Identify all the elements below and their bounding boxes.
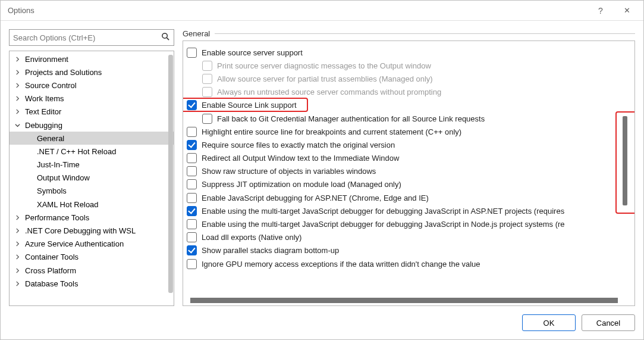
left-column: EnvironmentProjects and SolutionsSource … (9, 29, 174, 306)
tree-node-item[interactable]: Environment (10, 52, 174, 65)
chevron-right-icon[interactable] (13, 68, 21, 76)
tree-child-item[interactable]: General (10, 132, 174, 145)
option-checkbox[interactable] (187, 127, 197, 137)
titlebar: Options ? ✕ (1, 1, 643, 21)
chevron-down-icon[interactable] (13, 121, 21, 129)
option-checkbox[interactable] (187, 153, 197, 163)
tree-node-item[interactable]: Debugging (10, 118, 174, 132)
option-checkbox[interactable] (187, 245, 197, 255)
tree-item-label: Container Tools (25, 252, 78, 261)
option-label: Enable source server support (202, 48, 303, 57)
tree-node-item[interactable]: Text Editor (10, 105, 174, 118)
option-row: Require source files to exactly match th… (187, 138, 631, 151)
option-checkbox[interactable] (187, 259, 197, 269)
chevron-right-icon[interactable] (13, 81, 21, 89)
option-checkbox[interactable] (187, 48, 197, 58)
tree-child-item[interactable]: Symbols (10, 185, 174, 198)
tree-child-item[interactable]: Output Window (10, 171, 174, 185)
group-divider (215, 33, 635, 34)
chevron-right-icon[interactable] (13, 108, 21, 116)
option-checkbox[interactable] (187, 100, 197, 110)
chevron-right-icon[interactable] (13, 227, 21, 235)
chevron-right-icon[interactable] (13, 240, 21, 248)
option-checkbox (202, 74, 212, 84)
option-label: Load dll exports (Native only) (202, 233, 301, 242)
tree-item-label: Azure Service Authentication (25, 239, 124, 248)
options-h-scrollbar[interactable] (190, 298, 618, 303)
option-checkbox[interactable] (187, 193, 197, 203)
tree-node-item[interactable]: Azure Service Authentication (10, 238, 174, 251)
tree-node-item[interactable]: Work Items (10, 92, 174, 105)
help-button[interactable]: ? (588, 2, 614, 19)
option-label: Enable Source Link support (202, 101, 297, 110)
tree-item-label: .NET Core Debugging with WSL (25, 226, 136, 235)
chevron-right-icon[interactable] (13, 266, 21, 275)
tree-node-item[interactable]: Projects and Solutions (10, 65, 174, 79)
svg-point-0 (162, 33, 167, 38)
tree-node-item[interactable]: Performance Tools (10, 211, 174, 224)
option-row: Enable using the multi-target JavaScript… (187, 204, 631, 217)
tree-item-label: General (37, 134, 64, 143)
option-row: Show parallel stacks diagram bottom-up (187, 244, 631, 257)
help-icon: ? (598, 6, 603, 15)
right-column: General Enable source server supportPrin… (183, 29, 635, 306)
dialog-body: EnvironmentProjects and SolutionsSource … (1, 21, 643, 306)
option-checkbox[interactable] (202, 114, 212, 124)
option-checkbox[interactable] (187, 232, 197, 242)
chevron-right-icon[interactable] (13, 95, 21, 103)
tree-child-item[interactable]: Just-In-Time (10, 158, 174, 171)
tree-node-item[interactable]: .NET Core Debugging with WSL (10, 224, 174, 237)
tree-item-label: .NET / C++ Hot Reload (37, 147, 116, 156)
ok-button[interactable]: OK (522, 314, 576, 331)
option-label: Ignore GPU memory access exceptions if t… (202, 260, 480, 269)
option-label: Suppress JIT optimization on module load… (202, 180, 401, 189)
option-checkbox[interactable] (187, 219, 197, 229)
option-row: Enable JavaScript debugging for ASP.NET … (187, 191, 631, 204)
tree-node-item[interactable]: Source Control (10, 79, 174, 92)
option-label: Highlight entire source line for breakpo… (202, 127, 461, 136)
option-checkbox[interactable] (187, 140, 197, 150)
tree-node-item[interactable]: Cross Platform (10, 264, 174, 277)
option-row: Print source server diagnostic messages … (187, 59, 631, 72)
cancel-button[interactable]: Cancel (582, 314, 635, 331)
option-label: Show raw structure of objects in variabl… (202, 167, 376, 176)
chevron-right-icon[interactable] (13, 55, 21, 63)
option-checkbox (202, 61, 212, 71)
svg-line-1 (167, 38, 169, 40)
search-icon (161, 32, 170, 43)
tree-child-item[interactable]: XAML Hot Reload (10, 198, 174, 211)
option-label: Enable using the multi-target JavaScript… (202, 220, 565, 229)
close-button[interactable]: ✕ (614, 2, 640, 19)
option-row: Fall back to Git Credential Manager auth… (187, 112, 631, 125)
group-title: General (183, 29, 215, 38)
dialog-footer: OK Cancel (1, 306, 643, 339)
chevron-right-icon[interactable] (13, 213, 21, 222)
option-row: Enable using the multi-target JavaScript… (187, 217, 631, 230)
option-label: Show parallel stacks diagram bottom-up (202, 246, 339, 255)
group-header: General (183, 29, 635, 38)
tree-node-item[interactable]: Container Tools (10, 251, 174, 264)
chevron-right-icon[interactable] (13, 253, 21, 261)
tree-node-item[interactable]: Database Tools (10, 277, 174, 290)
chevron-right-icon[interactable] (13, 279, 21, 288)
search-input[interactable] (13, 33, 161, 42)
options-list[interactable]: Enable source server supportPrint source… (183, 41, 634, 305)
tree-item-label: Debugging (25, 121, 62, 130)
tree-list[interactable]: EnvironmentProjects and SolutionsSource … (10, 51, 174, 305)
option-checkbox[interactable] (187, 179, 197, 189)
option-checkbox[interactable] (187, 206, 197, 216)
option-row: Ignore GPU memory access exceptions if t… (187, 257, 631, 270)
tree-item-label: Database Tools (25, 279, 78, 288)
tree-item-label: Text Editor (25, 107, 61, 116)
option-row: Highlight entire source line for breakpo… (187, 125, 631, 138)
option-checkbox[interactable] (187, 166, 197, 176)
option-checkbox (202, 87, 212, 97)
option-row: Suppress JIT optimization on module load… (187, 178, 631, 191)
tree-child-item[interactable]: .NET / C++ Hot Reload (10, 145, 174, 158)
option-label: Require source files to exactly match th… (202, 141, 395, 149)
option-label: Always run untrusted source server comma… (217, 88, 441, 96)
search-box[interactable] (9, 29, 174, 46)
tree-item-label: XAML Hot Reload (37, 200, 99, 209)
tree-scrollbar[interactable] (168, 55, 173, 293)
option-row: Show raw structure of objects in variabl… (187, 165, 631, 178)
